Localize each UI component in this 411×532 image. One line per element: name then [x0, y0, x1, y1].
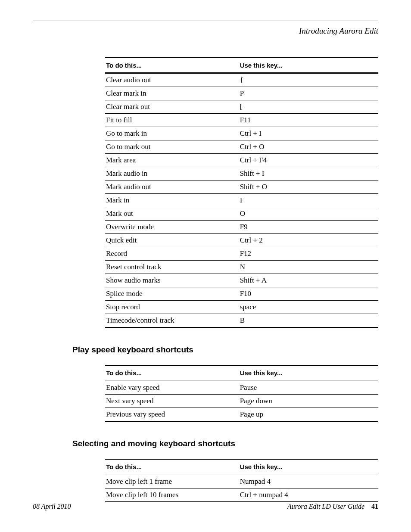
- footer-guide-title: Aurora Edit LD User Guide: [287, 503, 364, 510]
- cell-key: Shift + I: [239, 167, 378, 180]
- table-row: Stop recordspace: [105, 301, 378, 314]
- cell-action: Mark audio out: [105, 180, 239, 194]
- table1-header-key: Use this key...: [239, 58, 378, 73]
- table-row: Reset control trackN: [105, 261, 378, 274]
- table-row: Splice modeF10: [105, 287, 378, 301]
- cell-action: Go to mark out: [105, 140, 239, 154]
- cell-key: P: [239, 87, 378, 100]
- cell-key: F9: [239, 221, 378, 234]
- cell-key: I: [239, 194, 378, 207]
- footer-date: 08 April 2010: [33, 503, 71, 510]
- table-row: Clear mark out[: [105, 100, 378, 114]
- table-row: Mark inI: [105, 194, 378, 207]
- table1-header-action: To do this...: [105, 58, 239, 73]
- table-row: Clear audio out{: [105, 73, 378, 87]
- cell-action: Mark out: [105, 207, 239, 221]
- cell-key: Ctrl + 2: [239, 234, 378, 247]
- cell-key: Shift + O: [239, 180, 378, 194]
- cell-action: Clear mark out: [105, 100, 239, 114]
- table-row: Show audio marksShift + A: [105, 274, 378, 287]
- table3-header-action: To do this...: [105, 459, 239, 475]
- top-rule: [33, 21, 378, 21]
- cell-action: Previous vary speed: [105, 408, 239, 422]
- table-row: Enable vary speedPause: [105, 381, 378, 395]
- cell-action: Mark in: [105, 194, 239, 207]
- section-heading-selecting-moving: Selecting and moving keyboard shortcuts: [72, 439, 378, 448]
- cell-action: Clear audio out: [105, 73, 239, 87]
- table3-header-key: Use this key...: [239, 459, 378, 475]
- running-head: Introducing Aurora Edit: [33, 26, 378, 36]
- table-row: Clear mark inP: [105, 87, 378, 100]
- table-row: Mark outO: [105, 207, 378, 221]
- table-row: RecordF12: [105, 247, 378, 261]
- cell-key: [: [239, 100, 378, 114]
- cell-action: Move clip left 1 frame: [105, 475, 239, 488]
- cell-key: {: [239, 73, 378, 87]
- cell-action: Record: [105, 247, 239, 261]
- cell-key: N: [239, 261, 378, 274]
- table-row: Mark audio inShift + I: [105, 167, 378, 180]
- cell-key: Page up: [239, 408, 378, 422]
- shortcuts-table-1: To do this... Use this key... Clear audi…: [105, 57, 378, 328]
- cell-action: Mark audio in: [105, 167, 239, 180]
- cell-key: B: [239, 314, 378, 328]
- table-row: Move clip left 10 framesCtrl + numpad 4: [105, 488, 378, 502]
- cell-action: Mark area: [105, 154, 239, 167]
- cell-action: Stop record: [105, 301, 239, 314]
- cell-action: Overwrite mode: [105, 221, 239, 234]
- section-heading-play-speed: Play speed keyboard shortcuts: [72, 345, 378, 355]
- cell-action: Timecode/control track: [105, 314, 239, 328]
- cell-key: Pause: [239, 381, 378, 395]
- cell-key: Ctrl + I: [239, 127, 378, 140]
- table-row: Go to mark inCtrl + I: [105, 127, 378, 140]
- cell-key: space: [239, 301, 378, 314]
- table-row: Next vary speedPage down: [105, 395, 378, 408]
- cell-key: F11: [239, 114, 378, 127]
- cell-action: Quick edit: [105, 234, 239, 247]
- cell-action: Enable vary speed: [105, 381, 239, 395]
- cell-action: Show audio marks: [105, 274, 239, 287]
- cell-action: Clear mark in: [105, 87, 239, 100]
- table-row: Quick editCtrl + 2: [105, 234, 378, 247]
- page-footer: 08 April 2010 Aurora Edit LD User Guide …: [33, 503, 378, 510]
- table-row: Mark audio outShift + O: [105, 180, 378, 194]
- cell-key: Numpad 4: [239, 475, 378, 488]
- cell-key: O: [239, 207, 378, 221]
- cell-action: Splice mode: [105, 287, 239, 301]
- cell-action: Move clip left 10 frames: [105, 488, 239, 502]
- table2-header-action: To do this...: [105, 365, 239, 381]
- table-row: Previous vary speedPage up: [105, 408, 378, 422]
- table-row: Move clip left 1 frameNumpad 4: [105, 475, 378, 488]
- shortcuts-table-2: To do this... Use this key... Enable var…: [105, 365, 378, 422]
- cell-key: F12: [239, 247, 378, 261]
- table2-header-key: Use this key...: [239, 365, 378, 381]
- cell-key: Ctrl + numpad 4: [239, 488, 378, 502]
- cell-action: Fit to fill: [105, 114, 239, 127]
- table-row: Fit to fillF11: [105, 114, 378, 127]
- footer-page-number: 41: [371, 503, 378, 510]
- cell-key: Page down: [239, 395, 378, 408]
- cell-key: Shift + A: [239, 274, 378, 287]
- cell-action: Go to mark in: [105, 127, 239, 140]
- table-row: Mark areaCtrl + F4: [105, 154, 378, 167]
- cell-action: Reset control track: [105, 261, 239, 274]
- cell-key: Ctrl + F4: [239, 154, 378, 167]
- table-row: Go to mark outCtrl + O: [105, 140, 378, 154]
- cell-key: F10: [239, 287, 378, 301]
- table-row: Timecode/control trackB: [105, 314, 378, 328]
- cell-key: Ctrl + O: [239, 140, 378, 154]
- table-row: Overwrite modeF9: [105, 221, 378, 234]
- cell-action: Next vary speed: [105, 395, 239, 408]
- shortcuts-table-3: To do this... Use this key... Move clip …: [105, 459, 378, 502]
